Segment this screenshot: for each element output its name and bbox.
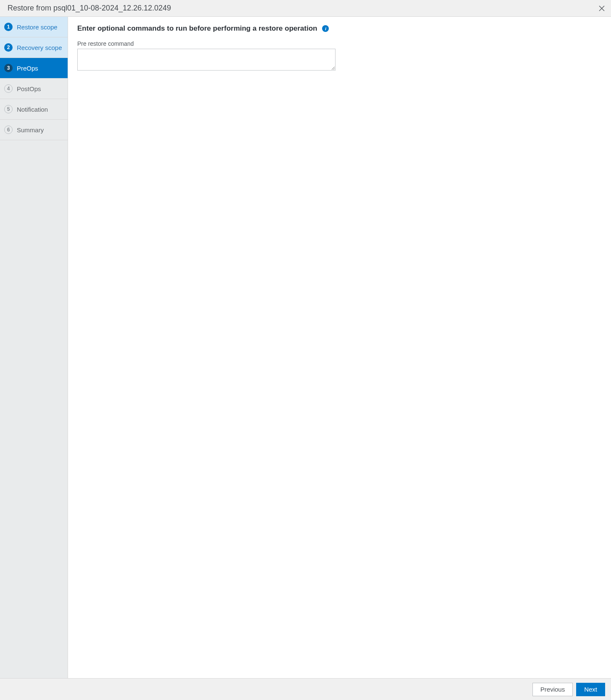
step-label: Summary	[17, 126, 44, 134]
step-number: 1	[4, 23, 13, 31]
step-number: 2	[4, 43, 13, 52]
step-label: Restore scope	[17, 24, 58, 31]
pre-restore-command-label: Pre restore command	[77, 40, 602, 47]
dialog-title: Restore from psql01_10-08-2024_12.26.12.…	[8, 4, 171, 13]
step-recovery-scope[interactable]: 2 Recovery scope	[0, 37, 68, 58]
wizard-sidebar: 1 Restore scope 2 Recovery scope 3 PreOp…	[0, 17, 68, 678]
step-postops[interactable]: 4 PostOps	[0, 79, 68, 99]
step-number: 5	[4, 105, 13, 113]
dialog-footer: Previous Next	[0, 678, 611, 700]
step-number: 4	[4, 84, 13, 93]
previous-button[interactable]: Previous	[532, 683, 573, 696]
step-label: PostOps	[17, 85, 41, 92]
wizard-main: Enter optional commands to run before pe…	[68, 17, 611, 678]
main-heading: Enter optional commands to run before pe…	[77, 24, 317, 33]
step-summary[interactable]: 6 Summary	[0, 120, 68, 140]
step-number: 3	[4, 64, 13, 72]
main-heading-row: Enter optional commands to run before pe…	[77, 24, 602, 33]
step-preops[interactable]: 3 PreOps	[0, 58, 68, 79]
next-button[interactable]: Next	[576, 683, 605, 696]
dialog-header: Restore from psql01_10-08-2024_12.26.12.…	[0, 0, 611, 17]
pre-restore-command-input[interactable]	[77, 49, 336, 71]
close-icon[interactable]	[598, 4, 606, 13]
step-notification[interactable]: 5 Notification	[0, 99, 68, 120]
step-label: Recovery scope	[17, 44, 62, 51]
dialog-body: 1 Restore scope 2 Recovery scope 3 PreOp…	[0, 17, 611, 678]
info-icon[interactable]: i	[322, 25, 329, 32]
step-number: 6	[4, 126, 13, 134]
step-restore-scope[interactable]: 1 Restore scope	[0, 17, 68, 37]
step-label: PreOps	[17, 65, 38, 72]
step-label: Notification	[17, 106, 48, 113]
